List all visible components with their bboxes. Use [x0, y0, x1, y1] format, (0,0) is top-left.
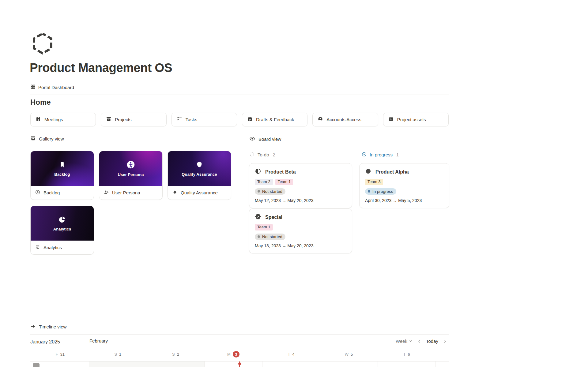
board-column-inprogress-header[interactable]: In progress 1 [361, 152, 399, 158]
status-badge: Not started [255, 234, 285, 240]
timeline-month-primary: January 2025 [30, 339, 60, 345]
timeline-item-chip[interactable] [33, 363, 40, 367]
chevron-down-icon [409, 339, 413, 344]
card-caption: User Persona [112, 190, 140, 195]
column-name: In progress [370, 152, 393, 157]
gallery-card-quality-assurance[interactable]: Quality Assurance Quality Assurance [168, 151, 231, 200]
verified-badge-icon [255, 213, 261, 221]
tab-timeline-view[interactable]: Timeline view [30, 324, 66, 330]
cover-label: Analytics [53, 227, 71, 231]
timeline-zoom-select[interactable]: Week [396, 339, 413, 344]
hexagon-logo-icon [32, 50, 53, 55]
card-cover: Analytics [31, 206, 94, 241]
zoom-level-label: Week [396, 339, 407, 344]
tag: Team 1 [255, 224, 273, 230]
breadcrumb[interactable]: Portal Dashboard [30, 84, 74, 90]
gallery-tab-divider [30, 144, 237, 144]
cover-label: User Persona [118, 172, 144, 177]
card-cover: Quality Assurance [168, 151, 231, 186]
board-card-special[interactable]: Special Team 1 Not started May 13, 2023 … [249, 208, 352, 253]
timeline-tab-divider [30, 334, 449, 335]
column-name: To-do [258, 152, 269, 157]
meetings-button[interactable]: Meetings [30, 113, 96, 126]
diamond-icon [172, 189, 178, 196]
status-dot [258, 190, 260, 193]
date-range: April 30, 2023 → May 5, 2023 [365, 198, 443, 203]
card-title: Product Alpha [375, 169, 409, 175]
section-heading: Home [30, 98, 51, 107]
tab-gallery-view[interactable]: Gallery view [30, 136, 64, 142]
day-header: S 1 [89, 351, 147, 358]
status-label: In progress [372, 189, 393, 194]
board-column-todo-header[interactable]: To-do 2 [249, 152, 275, 158]
card-caption: Backlog [43, 190, 60, 195]
today-marker-line [239, 361, 240, 367]
column-count: 2 [273, 152, 275, 157]
tag: Team 1 [275, 179, 293, 185]
chevron-right-icon[interactable] [443, 339, 447, 343]
terminal-icon [388, 116, 394, 123]
timeline-day-headers: F 31 S 1 S 2 M 3 T 4 W 5 T 6 [31, 351, 435, 358]
date-range: May 12, 2023 → May 20, 2023 [255, 198, 346, 203]
grid-icon [30, 84, 36, 90]
tab-label: Gallery view [39, 136, 64, 141]
header-divider [30, 95, 449, 95]
today-button[interactable]: Today [426, 339, 438, 344]
day-header: W 5 [320, 351, 378, 358]
button-label: Meetings [44, 117, 63, 122]
button-label: Accounts Access [326, 117, 361, 122]
timeline-controls: Week Today [392, 339, 447, 344]
gallery-card-backlog[interactable]: Backlog Backlog [30, 151, 94, 200]
person-circle-icon [318, 116, 323, 123]
quick-links-row: Meetings Projects Tasks [30, 113, 449, 126]
pie-chart-icon [58, 215, 66, 225]
person-plus-icon [104, 189, 109, 196]
breadcrumb-label: Portal Dashboard [38, 85, 74, 90]
accounts-access-button[interactable]: Accounts Access [312, 113, 378, 126]
gallery-card-user-persona[interactable]: User Persona User Persona [99, 151, 163, 200]
tab-label: Board view [258, 137, 281, 142]
checklist-icon [177, 116, 182, 123]
tab-board-view[interactable]: Board view [249, 136, 281, 143]
arrow-up-circle-icon [35, 189, 40, 196]
filled-circle-icon [365, 168, 371, 176]
gallery-card-analytics[interactable]: Analytics Analytics [30, 206, 94, 255]
tasks-button[interactable]: Tasks [172, 113, 237, 126]
bars-icon [35, 244, 40, 251]
archive-box-icon [30, 136, 36, 142]
card-cover: User Persona [99, 151, 162, 186]
tag: Team 3 [365, 179, 383, 185]
board-card-product-beta[interactable]: Product Beta Team 2 Team 1 Not started M… [249, 163, 352, 208]
date-range: May 13, 2023 → May 20, 2023 [255, 243, 346, 248]
timeline-grid[interactable] [30, 361, 449, 367]
project-assets-button[interactable]: Project assets [383, 113, 449, 126]
play-circle-icon [361, 152, 367, 158]
projects-button[interactable]: Projects [101, 113, 166, 126]
status-badge: In progress [365, 188, 396, 195]
button-label: Tasks [186, 117, 197, 122]
day-header: T 6 [378, 351, 435, 358]
drafts-feedback-button[interactable]: Drafts & Feedback [242, 113, 307, 126]
status-badge: Not started [255, 188, 285, 195]
cover-label: Backlog [54, 172, 70, 177]
chevron-left-icon[interactable] [417, 339, 421, 343]
card-caption: Analytics [43, 245, 62, 250]
today-badge: 3 [233, 351, 239, 358]
tab-label: Timeline view [39, 324, 66, 329]
workspace-logo [32, 32, 53, 56]
day-header: S 2 [147, 351, 205, 358]
page-title: Product Management OS [30, 61, 172, 75]
card-title: Special [265, 215, 282, 220]
gallery-grid: Backlog Backlog [30, 151, 231, 255]
board-card-product-alpha[interactable]: Product Alpha Team 3 In progress April 3… [359, 163, 449, 208]
day-header-today: M 3 [205, 351, 262, 358]
shield-icon [195, 161, 203, 170]
button-label: Projects [115, 117, 131, 122]
card-cover: Backlog [31, 151, 94, 186]
binoculars-icon [36, 116, 41, 123]
cover-label: Quality Assurance [182, 172, 217, 177]
dashed-circle-icon [249, 152, 255, 158]
card-title: Product Beta [265, 169, 296, 175]
board-tab-divider [249, 144, 449, 144]
accessibility-icon [126, 160, 135, 170]
